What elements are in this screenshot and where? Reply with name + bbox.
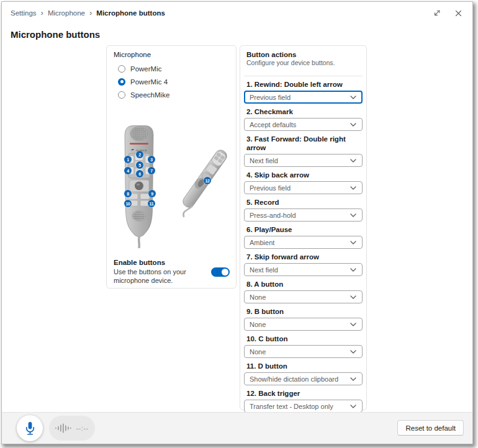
button-action-dropdown[interactable]: None (244, 318, 363, 331)
button-action-group: 1. Rewind: Double left arrow Previous fi… (244, 80, 363, 104)
button-action-label: 6. Play/Pause (244, 225, 363, 234)
button-action-dropdown[interactable]: Previous field (244, 181, 363, 194)
chevron-down-icon (350, 241, 356, 244)
button-action-group: 8. A button None (244, 280, 363, 303)
button-action-dropdown[interactable]: Next field (244, 154, 363, 167)
chevron-down-icon (350, 377, 356, 381)
enable-buttons-description: Use the buttons on your microphone devic… (114, 267, 208, 285)
microphone-button[interactable] (17, 415, 43, 441)
device-button-badge: 10 (124, 200, 132, 207)
button-action-group: 10. C button None (244, 334, 363, 358)
timer-text: --:-- (76, 424, 88, 432)
button-action-label: 9. B button (244, 307, 363, 316)
dropdown-selected-value: None (250, 348, 350, 356)
button-actions-subtitle: Configure your device buttons. (244, 59, 363, 66)
dropdown-selected-value: Previous field (250, 94, 350, 101)
button-action-dropdown[interactable]: None (244, 345, 363, 358)
titlebar: Settings › Microphone › Microphone butto… (2, 2, 472, 24)
dropdown-selected-value: Next field (250, 157, 350, 164)
chevron-down-icon (350, 350, 356, 354)
chevron-down-icon (350, 268, 356, 272)
dropdown-selected-value: Press-and-hold (250, 212, 350, 219)
button-action-label: 2. Checkmark (244, 107, 363, 116)
chevron-down-icon (350, 295, 356, 299)
chevron-down-icon (350, 123, 356, 127)
enable-buttons-label: Enable buttons (114, 259, 208, 266)
screen: Settings › Microphone › Microphone butto… (0, 0, 478, 448)
chevron-right-icon: › (89, 9, 92, 18)
button-action-label: 4. Skip back arrow (244, 171, 363, 179)
device-button-badge: 9 (148, 190, 156, 197)
breadcrumb-microphone[interactable]: Microphone (48, 9, 85, 17)
button-action-group: 9. B button None (244, 307, 363, 331)
powermic-side-image (181, 146, 228, 222)
device-button-badge: 4 (124, 167, 132, 174)
chevron-down-icon (350, 213, 356, 217)
button-action-label: 10. C button (244, 334, 363, 343)
settings-window: Settings › Microphone › Microphone butto… (1, 1, 473, 444)
button-action-dropdown[interactable]: Show/hide dictation clipboard (244, 372, 363, 385)
button-action-label: 7. Skip forward arrow (244, 253, 363, 261)
chevron-down-icon (350, 405, 356, 408)
footer-bar: --:-- Reset to default (2, 412, 472, 444)
divider (244, 76, 363, 76)
button-action-dropdown[interactable]: Transfer text - Desktop only (244, 400, 363, 413)
microphone-option[interactable]: SpeechMike (118, 88, 169, 101)
breadcrumb-microphone-buttons: Microphone buttons (96, 9, 165, 17)
button-action-dropdown[interactable]: None (244, 290, 363, 303)
microphone-option[interactable]: PowerMic (118, 62, 169, 75)
button-action-dropdown[interactable]: Press-and-hold (244, 208, 363, 222)
chevron-right-icon: › (41, 9, 43, 18)
microphone-icon (25, 421, 35, 436)
radio-icon[interactable] (118, 78, 125, 86)
button-action-group: 7. Skip forward arrow Next field (244, 253, 363, 276)
chevron-down-icon (350, 159, 356, 163)
microphone-radio-group: PowerMic PowerMic 4 SpeechMike (118, 62, 169, 101)
device-button-badge: 7 (148, 167, 155, 174)
button-action-group: 3. Fast Forward: Double right arrow Next… (244, 135, 363, 167)
microphone-group-label: Microphone (114, 51, 151, 58)
button-actions-list: 1. Rewind: Double left arrow Previous fi… (244, 80, 363, 413)
button-action-dropdown[interactable]: Accept defaults (244, 118, 363, 131)
close-icon[interactable] (453, 7, 464, 19)
microphone-option-label: PowerMic 4 (130, 78, 168, 86)
breadcrumb-settings[interactable]: Settings (11, 9, 37, 17)
radio-icon[interactable] (118, 65, 125, 73)
button-action-group: 11. D button Show/hide dictation clipboa… (244, 362, 363, 385)
button-action-dropdown[interactable]: Next field (244, 263, 363, 276)
button-action-label: 11. D button (244, 362, 363, 370)
button-action-label: 12. Back trigger (244, 389, 363, 398)
microphone-panel: Microphone PowerMic PowerMic 4 SpeechMik… (106, 45, 237, 289)
chevron-down-icon (350, 96, 356, 99)
dropdown-selected-value: None (250, 293, 350, 301)
device-button-badge: 8 (124, 190, 132, 197)
reset-to-default-button[interactable]: Reset to default (397, 420, 464, 436)
microphone-option-label: PowerMic (130, 65, 161, 73)
button-action-group: 2. Checkmark Accept defaults (244, 107, 363, 131)
device-button-badge: 3 (148, 156, 155, 163)
enable-buttons-toggle[interactable] (211, 267, 230, 277)
collapse-window-icon[interactable] (431, 7, 443, 19)
dropdown-selected-value: Transfer text - Desktop only (250, 403, 350, 410)
device-button-badge: 12 (204, 177, 211, 184)
dropdown-selected-value: Accept defaults (250, 121, 350, 128)
microphone-option[interactable]: PowerMic 4 (118, 75, 169, 88)
radio-icon[interactable] (118, 91, 125, 99)
dropdown-selected-value: None (250, 321, 350, 328)
button-actions-title: Button actions (244, 51, 363, 58)
device-button-badge: 1 (124, 156, 132, 163)
button-action-dropdown[interactable]: Ambient (244, 236, 363, 249)
dropdown-selected-value: Previous field (250, 184, 350, 192)
breadcrumb: Settings › Microphone › Microphone butto… (11, 9, 165, 18)
recording-status-pill[interactable]: --:-- (49, 416, 95, 441)
dropdown-selected-value: Next field (250, 266, 350, 274)
button-action-group: 12. Back trigger Transfer text - Desktop… (244, 389, 363, 413)
microphone-option-label: SpeechMike (130, 91, 169, 99)
button-action-group: 5. Record Press-and-hold (244, 198, 363, 222)
button-action-group: 4. Skip back arrow Previous field (244, 171, 363, 194)
page-title: Microphone buttons (11, 29, 100, 40)
button-action-dropdown[interactable]: Previous field (244, 91, 363, 104)
chevron-down-icon (350, 323, 356, 326)
enable-buttons-row: Enable buttons Use the buttons on your m… (114, 259, 230, 285)
device-button-badge: 2 (136, 151, 143, 158)
